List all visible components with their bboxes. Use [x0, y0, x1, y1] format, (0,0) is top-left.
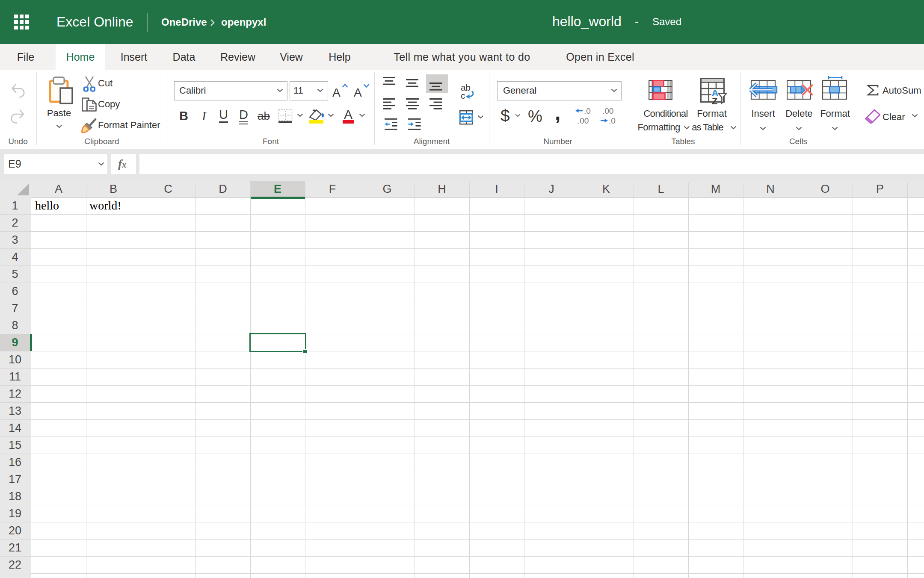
svg-text:.0: .0 [584, 108, 591, 115]
svg-text:.0: .0 [609, 116, 616, 125]
svg-text:Z: Z [712, 96, 717, 106]
svg-text:.00: .00 [602, 108, 613, 115]
svg-text:c: c [461, 91, 465, 100]
svg-text:.00: .00 [578, 116, 589, 125]
